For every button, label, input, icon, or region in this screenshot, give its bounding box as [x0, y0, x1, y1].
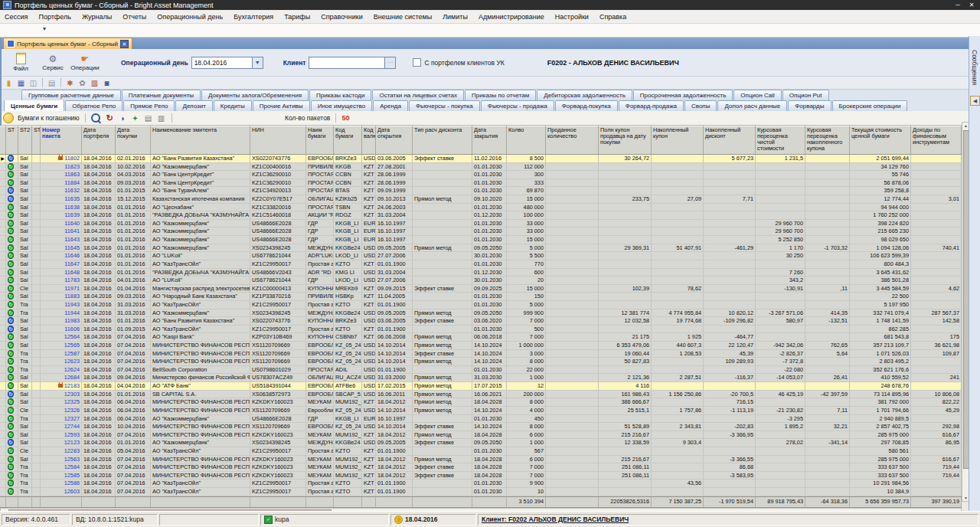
cell-cpaid[interactable] — [599, 171, 652, 178]
cell-odate[interactable]: 27.07.2006 — [376, 252, 413, 260]
cell-odate[interactable]: 01.01.1900 — [376, 447, 413, 455]
cell-disc[interactable] — [413, 447, 472, 455]
cell-sold[interactable] — [546, 472, 599, 480]
cell-bdate[interactable]: 06.04.2016 — [116, 398, 151, 406]
cell-adisc[interactable] — [704, 227, 756, 235]
cell-adisc[interactable] — [704, 187, 756, 195]
cell-qty[interactable]: 4 000 — [507, 407, 546, 414]
cell-pdate[interactable]: 18.04.2016 — [82, 293, 116, 300]
cell-bdate[interactable]: 01.01.2016 — [116, 211, 151, 219]
cell-cpaid[interactable]: 30 264,72 — [599, 155, 652, 162]
cell-adisc[interactable] — [704, 285, 756, 293]
cell-disc[interactable]: Прямол метод — [413, 244, 472, 252]
cell-cdate[interactable]: 09.05.2050 — [472, 309, 507, 317]
cell-sold[interactable] — [546, 374, 599, 381]
messages-tab[interactable]: Сообщения — [971, 50, 978, 85]
cell-sec[interactable]: МЕУКАМ — [306, 472, 334, 480]
cell-adisc[interactable]: -20 700,5 — [704, 391, 756, 398]
cell-sold[interactable] — [546, 488, 599, 496]
cell-issuer[interactable]: АО "LUKoil" — [151, 277, 250, 284]
cell-cdate[interactable]: 18.04.2028 — [472, 456, 507, 463]
cell-sold[interactable] — [546, 171, 599, 178]
cell-adisc[interactable]: -3 366,95 — [704, 431, 756, 439]
cell-code[interactable]: KZTO — [334, 301, 362, 309]
cell-income[interactable] — [911, 277, 962, 284]
cell-income[interactable]: 45,29 — [911, 407, 962, 414]
cell-acoup[interactable] — [652, 366, 704, 374]
cell-num[interactable]: 11641 — [41, 227, 82, 235]
cell-acoup[interactable] — [652, 187, 704, 195]
cell-qty[interactable]: 33 000 — [507, 220, 546, 227]
cell-cpaid[interactable] — [599, 480, 652, 487]
cell-sec[interactable]: ПРОСТАЯ А — [306, 187, 334, 195]
cell-disc[interactable] — [413, 301, 472, 309]
cell-cdate[interactable]: 14.10.2024 — [472, 342, 507, 349]
cell-rnet[interactable]: 1 170 — [756, 244, 805, 252]
menu-item[interactable]: Портфель — [38, 13, 70, 21]
cell-nin[interactable]: XS0220743776 — [250, 317, 306, 325]
cell-code[interactable]: KMG LI — [334, 269, 362, 277]
cell-cur[interactable]: USD — [362, 350, 376, 358]
table-row[interactable]: ↻Tra1194418.04.201631.03.2016АО "Казкомм… — [0, 309, 962, 318]
cell-num[interactable]: 12624 — [41, 366, 82, 374]
cell-adisc[interactable]: 10 820,12 — [704, 309, 756, 317]
cell-cpaid[interactable] — [599, 260, 652, 268]
cell-cur[interactable]: EUR — [362, 220, 376, 227]
cell-pdate[interactable]: 18.04.2016 — [82, 187, 116, 195]
cell-cpaid[interactable] — [599, 277, 652, 284]
cell-issuer[interactable]: АО "Kaspi Bank" — [151, 333, 250, 341]
cell-rnet[interactable] — [756, 187, 805, 195]
cell-acoup[interactable] — [652, 472, 704, 480]
cell-qty[interactable]: 999 900 — [507, 309, 546, 317]
cell-income[interactable] — [911, 252, 962, 260]
cell-cdate[interactable]: 01.01.2030 — [472, 187, 507, 195]
cell-value[interactable]: 22 500 — [850, 293, 911, 300]
cell-income[interactable]: 740,41 — [911, 244, 962, 252]
cell-value[interactable]: 1 760 252 000 — [850, 211, 911, 219]
cell-sec[interactable]: КУПОННАЯ — [306, 285, 334, 293]
cell-adisc[interactable]: 45,39 — [704, 350, 756, 358]
cell-rnet[interactable]: -14 053,07 — [756, 374, 805, 381]
cell-adisc[interactable] — [704, 252, 756, 260]
cell-code[interactable]: CCBN — [334, 171, 362, 178]
cell-rcoup[interactable] — [805, 456, 850, 463]
cell-odate[interactable]: 18.04.2012 — [376, 463, 413, 471]
cell-adisc[interactable] — [704, 236, 756, 244]
cell-odate[interactable]: 18.04.2012 — [376, 456, 413, 463]
column-header-issuer[interactable]: Наименование эмитента — [151, 126, 250, 154]
cell-issuer[interactable]: АО "Казкоммерцбанк" — [151, 227, 250, 235]
cell-cur[interactable]: KZT — [362, 463, 376, 471]
cell-rcoup[interactable] — [805, 415, 850, 423]
cell-income[interactable]: 109,87 — [911, 350, 962, 358]
cell-sold[interactable] — [546, 301, 599, 309]
cell-odate[interactable]: 18.04.2012 — [376, 398, 413, 406]
cell-code[interactable]: BTAS — [334, 187, 362, 195]
cell-income[interactable] — [911, 326, 962, 333]
cell-income[interactable] — [911, 236, 962, 244]
cell-income[interactable] — [911, 480, 962, 487]
cell-acoup[interactable]: 4 774 955,84 — [652, 309, 704, 317]
cell-qty[interactable]: 15 000 — [507, 195, 546, 203]
cell-sold[interactable] — [546, 431, 599, 439]
cell-rcoup[interactable] — [805, 326, 850, 333]
cell-sold[interactable] — [546, 398, 599, 406]
cell-rcoup[interactable] — [805, 358, 850, 365]
cell-cpaid[interactable]: 12 381 774 — [599, 309, 652, 317]
cell-adisc[interactable]: 22 120,47 — [704, 342, 756, 349]
cell-sold[interactable] — [546, 447, 599, 455]
cell-rcoup[interactable]: -132,51 — [805, 317, 850, 325]
cell-cur[interactable]: EUR — [362, 236, 376, 244]
cell-rcoup[interactable]: 762,65 — [805, 342, 850, 349]
table-row[interactable]: ↻Sal1163518.04.201615.12.2015Казахстанск… — [0, 195, 962, 204]
cell-rnet[interactable] — [756, 488, 805, 496]
cell-adisc[interactable] — [704, 488, 756, 496]
cell-rnet[interactable]: 343,2 — [756, 277, 805, 284]
cell-nin[interactable]: US0798601029 — [250, 366, 306, 374]
cell-pdate[interactable]: 18.04.2016 — [82, 366, 116, 374]
cell-income[interactable] — [911, 179, 962, 187]
column-header-income[interactable]: Доходы по финансовым инструментам — [911, 126, 962, 154]
cell-disc[interactable] — [413, 366, 472, 374]
cell-cdate[interactable]: 01.01.2030 — [472, 488, 507, 496]
cell-issuer[interactable]: АО "КазТрансОйл" — [151, 447, 250, 455]
cell-value[interactable]: 285 975 000 — [850, 431, 911, 439]
